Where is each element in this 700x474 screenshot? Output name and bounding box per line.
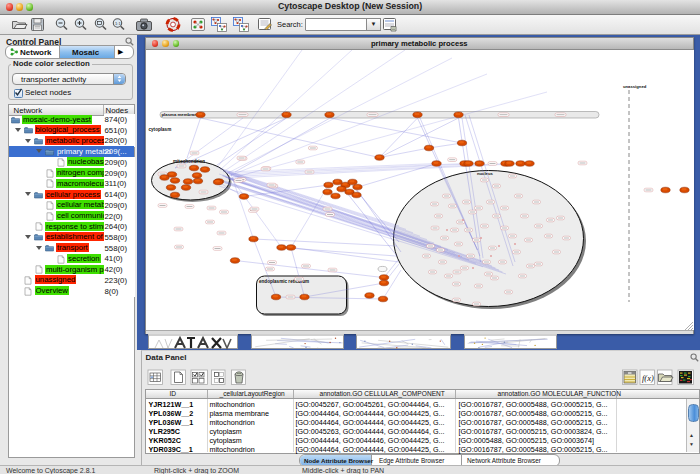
svg-text:f(x): f(x): [642, 373, 654, 383]
svg-text:nucleus: nucleus: [477, 171, 493, 176]
svg-text:1:1: 1:1: [115, 21, 121, 26]
svg-text:mitochondrion: mitochondrion: [173, 159, 205, 164]
svg-text:cytoplasm: cytoplasm: [148, 127, 171, 132]
svg-text:plasma membrane: plasma membrane: [161, 112, 199, 117]
svg-text:unassigned: unassigned: [623, 84, 647, 89]
